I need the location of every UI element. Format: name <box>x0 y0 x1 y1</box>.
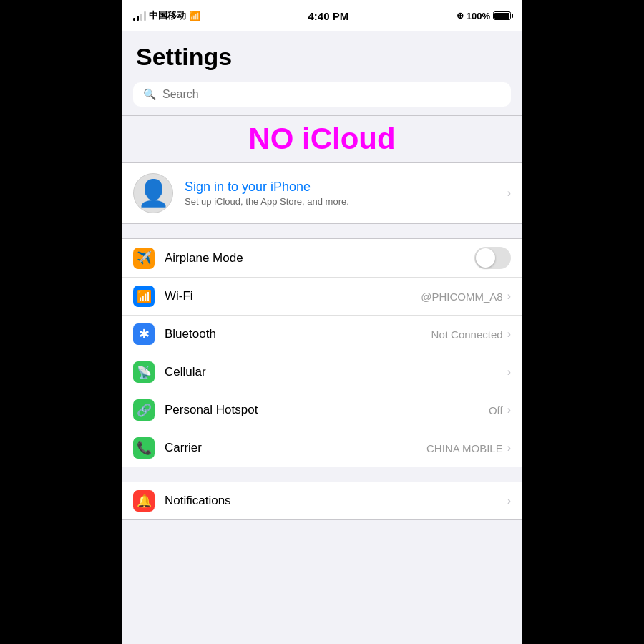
airplane-mode-row[interactable]: ✈️ Airplane Mode <box>122 239 522 278</box>
signin-primary: Sign in to your iPhone <box>185 180 496 195</box>
bluetooth-value: Not Connected <box>431 328 503 341</box>
status-right: ⊕ 100% <box>457 11 511 21</box>
airplane-mode-toggle[interactable] <box>474 247 511 269</box>
settings-content: Settings 🔍 NO iCloud 👤 Sign in to your i… <box>122 31 522 644</box>
status-time: 4:40 PM <box>308 10 349 22</box>
wifi-status-icon: 📶 <box>189 11 200 21</box>
carrier-label: Carrier <box>165 441 426 455</box>
bluetooth-chevron-icon: › <box>507 328 511 341</box>
carrier-chevron-icon: › <box>507 441 511 454</box>
wifi-value: @PHICOMM_A8 <box>421 291 502 303</box>
avatar: 👤 <box>133 173 173 213</box>
carrier-label: 中国移动 <box>149 9 186 22</box>
no-icloud-banner: NO iCloud <box>122 115 522 162</box>
person-icon: 👤 <box>137 178 170 208</box>
notifications-chevron-icon: › <box>507 494 511 507</box>
wifi-label: Wi-Fi <box>165 289 421 303</box>
settings-title-section: Settings <box>122 31 522 77</box>
hotspot-chevron-icon: › <box>507 404 511 416</box>
carrier-icon: 📞 <box>133 437 155 459</box>
wifi-row[interactable]: 📶 Wi-Fi @PHICOMM_A8 › <box>122 278 522 316</box>
search-container: 🔍 <box>122 77 522 115</box>
notifications-group: 🔔 Notifications › <box>122 482 522 520</box>
airplane-mode-icon: ✈️ <box>133 248 155 269</box>
notifications-row[interactable]: 🔔 Notifications › <box>122 482 522 519</box>
phone-frame: 中国移动 📶 4:40 PM ⊕ 100% Settings 🔍 <box>122 0 522 644</box>
bluetooth-label: Bluetooth <box>165 327 431 341</box>
hotspot-value: Off <box>489 404 503 416</box>
status-left: 中国移动 📶 <box>133 9 200 22</box>
wifi-icon: 📶 <box>133 286 155 307</box>
hotspot-row[interactable]: 🔗 Personal Hotspot Off › <box>122 391 522 429</box>
carrier-value: CHINA MOBILE <box>426 442 503 454</box>
cellular-chevron-icon: › <box>507 366 511 379</box>
location-icon: ⊕ <box>457 11 464 21</box>
battery-percent: 100% <box>467 11 490 21</box>
bluetooth-icon: ✱ <box>133 323 155 345</box>
signal-bar-1 <box>133 18 135 21</box>
hotspot-icon: 🔗 <box>133 399 155 421</box>
search-input[interactable] <box>162 88 501 101</box>
page-title: Settings <box>136 43 508 71</box>
no-icloud-text: NO iCloud <box>248 122 395 155</box>
signal-bars-icon <box>133 11 146 21</box>
signin-text: Sign in to your iPhone Set up iCloud, th… <box>185 180 496 207</box>
carrier-row[interactable]: 📞 Carrier CHINA MOBILE › <box>122 429 522 467</box>
signin-row[interactable]: 👤 Sign in to your iPhone Set up iCloud, … <box>122 163 522 223</box>
battery-icon <box>493 11 511 20</box>
cellular-label: Cellular <box>165 365 507 379</box>
bluetooth-row[interactable]: ✱ Bluetooth Not Connected › <box>122 316 522 353</box>
signin-section[interactable]: 👤 Sign in to your iPhone Set up iCloud, … <box>122 162 522 224</box>
search-icon: 🔍 <box>143 88 157 101</box>
wifi-chevron-icon: › <box>507 290 511 303</box>
toggle-knob <box>476 248 495 268</box>
search-bar[interactable]: 🔍 <box>133 82 511 107</box>
network-settings-group: ✈️ Airplane Mode 📶 Wi-Fi @PHICOMM_A8 › ✱… <box>122 238 522 467</box>
hotspot-label: Personal Hotspot <box>165 403 489 417</box>
signal-bar-4 <box>144 11 146 21</box>
airplane-mode-label: Airplane Mode <box>165 251 474 265</box>
signal-bar-3 <box>140 14 142 21</box>
cellular-icon: 📡 <box>133 361 155 383</box>
notifications-label: Notifications <box>165 494 507 508</box>
status-bar: 中国移动 📶 4:40 PM ⊕ 100% <box>122 0 522 31</box>
notifications-icon: 🔔 <box>133 490 155 512</box>
cellular-row[interactable]: 📡 Cellular › <box>122 353 522 391</box>
signal-bar-2 <box>137 16 139 21</box>
signin-chevron-icon: › <box>507 187 511 200</box>
signin-secondary: Set up iCloud, the App Store, and more. <box>185 196 496 207</box>
